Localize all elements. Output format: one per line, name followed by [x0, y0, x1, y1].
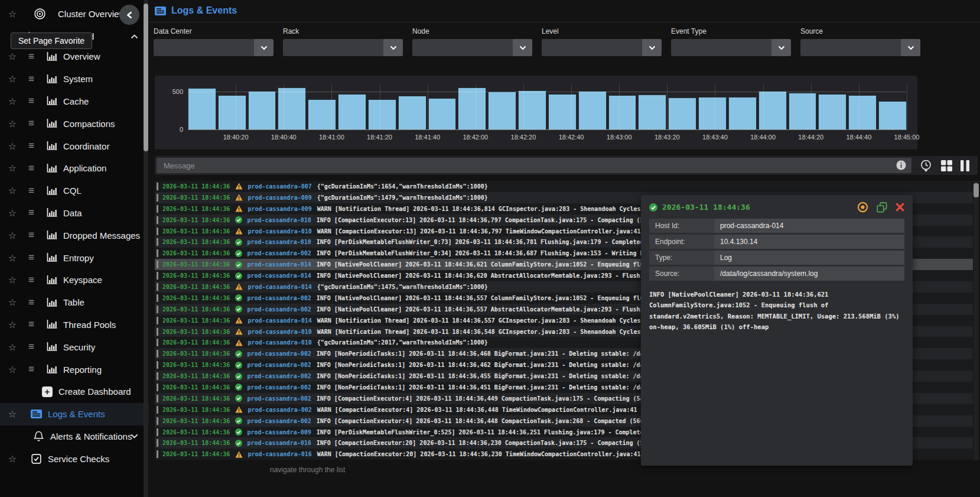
drag-handle-icon[interactable]: ≡ — [28, 118, 37, 129]
favorite-star-icon[interactable]: ☆ — [8, 8, 17, 20]
sidebar-item-security[interactable]: ☆ ≡ Security — [0, 336, 149, 358]
drag-handle-icon[interactable]: ≡ — [28, 274, 37, 286]
favorite-star-icon[interactable]: ☆ — [8, 230, 17, 241]
close-icon[interactable] — [896, 203, 904, 212]
sidebar-item-compactions[interactable]: ☆ ≡ Compactions — [0, 112, 149, 135]
drag-handle-icon[interactable]: ≡ — [28, 185, 37, 197]
favorite-star-icon[interactable]: ☆ — [8, 342, 17, 353]
favorite-star-icon[interactable]: ☆ — [8, 297, 17, 308]
drag-handle-icon[interactable]: ≡ — [28, 140, 37, 152]
favorite-star-icon[interactable]: ☆ — [8, 319, 17, 330]
dropdown-chevron-button[interactable] — [901, 39, 920, 56]
log-host-link[interactable]: prod-cassandra-010 — [248, 329, 311, 335]
favorite-star-icon[interactable]: ☆ — [8, 364, 17, 375]
filter-dropdown[interactable] — [412, 39, 532, 56]
chevron-up-icon[interactable] — [131, 34, 138, 39]
sidebar-item-data[interactable]: ☆ ≡ Data — [0, 202, 149, 225]
filter-dropdown[interactable] — [800, 39, 920, 56]
log-host-link[interactable]: prod-cassandra-007 — [248, 183, 311, 190]
filter-dropdown[interactable] — [542, 39, 662, 56]
grid-view-icon[interactable] — [941, 160, 952, 171]
favorite-star-icon[interactable]: ☆ — [8, 408, 17, 420]
favorite-star-icon[interactable]: ☆ — [8, 185, 17, 196]
log-host-link[interactable]: prod-cassandra-002 — [247, 295, 311, 301]
filter-dropdown[interactable] — [154, 39, 274, 56]
copy-icon[interactable] — [877, 202, 887, 213]
sidebar-item-logs-events[interactable]: ☆ Logs & Events — [0, 403, 149, 425]
sidebar-item-service-checks[interactable]: ☆ Service Checks — [0, 447, 149, 470]
favorite-star-icon[interactable]: ☆ — [8, 118, 17, 129]
log-host-link[interactable]: prod-cassandra-014 — [247, 272, 311, 279]
log-scrollbar[interactable] — [974, 181, 979, 460]
drag-handle-icon[interactable]: ≡ — [28, 363, 37, 375]
log-host-link[interactable]: prod-cassandra-010 — [247, 217, 311, 223]
pause-icon[interactable] — [961, 160, 969, 171]
log-host-link[interactable]: prod-cassandra-010 — [248, 228, 311, 235]
favorite-star-icon[interactable]: ☆ — [8, 51, 17, 62]
log-host-link[interactable]: prod-cassandra-002 — [248, 407, 311, 413]
log-host-link[interactable]: prod-cassandra-002 — [247, 418, 311, 424]
dropdown-chevron-button[interactable] — [383, 39, 403, 56]
sidebar-item-dropped-messages[interactable]: ☆ ≡ Dropped Messages — [0, 224, 149, 246]
drag-handle-icon[interactable]: ≡ — [28, 229, 37, 241]
drag-handle-icon[interactable]: ≡ — [28, 319, 37, 330]
sidebar-item-system[interactable]: ☆ ≡ System — [0, 68, 149, 90]
log-host-link[interactable]: prod-cassandra-002 — [247, 395, 311, 402]
log-host-link[interactable]: prod-cassandra-009 — [248, 194, 311, 201]
filter-dropdown[interactable] — [283, 39, 403, 56]
log-scrollbar-thumb[interactable] — [974, 183, 979, 197]
favorite-star-icon[interactable]: ☆ — [8, 453, 17, 464]
dropdown-chevron-button[interactable] — [642, 39, 662, 56]
log-host-link[interactable]: prod-cassandra-002 — [247, 373, 311, 379]
sidebar-item-coordinator[interactable]: ☆ ≡ Coordinator — [0, 135, 149, 157]
sidebar-item-keyspace[interactable]: ☆ ≡ Keyspace — [0, 269, 149, 291]
sidebar-scrollbar-thumb[interactable] — [144, 4, 148, 151]
dropdown-chevron-button[interactable] — [513, 39, 532, 56]
favorite-star-icon[interactable]: ☆ — [8, 207, 17, 219]
favorite-star-icon[interactable]: ☆ — [8, 252, 17, 264]
favorite-star-icon[interactable]: ☆ — [8, 141, 17, 152]
sidebar-collapse-button[interactable] — [119, 5, 139, 25]
log-host-link[interactable]: prod-cassandra-010 — [248, 339, 311, 346]
filter-dropdown[interactable] — [671, 39, 791, 56]
message-search-input[interactable] — [157, 158, 911, 173]
log-host-link[interactable]: prod-cassandra-014 — [248, 284, 311, 290]
log-host-link[interactable]: prod-cassandra-002 — [247, 250, 311, 256]
drag-handle-icon[interactable]: ≡ — [28, 73, 37, 85]
favorite-star-icon[interactable]: ☆ — [8, 274, 17, 285]
sidebar-item-thread-pools[interactable]: ☆ ≡ Thread Pools — [0, 314, 149, 336]
log-host-link[interactable]: prod-cassandra-014 — [248, 317, 311, 324]
info-icon[interactable] — [896, 160, 906, 170]
sidebar-item-entropy[interactable]: ☆ ≡ Entropy — [0, 246, 149, 269]
sidebar-item-table[interactable]: ☆ ≡ Table — [0, 291, 149, 314]
sidebar-item-cql[interactable]: ☆ ≡ CQL — [0, 180, 149, 202]
log-host-link[interactable]: prod-cassandra-010 — [247, 239, 311, 245]
drag-handle-icon[interactable]: ≡ — [28, 297, 37, 308]
drag-handle-icon[interactable]: ≡ — [28, 252, 37, 264]
log-host-link[interactable]: prod-cassandra-016 — [247, 440, 311, 446]
favorite-star-icon[interactable]: ☆ — [8, 73, 17, 85]
drag-handle-icon[interactable]: ≡ — [28, 163, 37, 174]
drag-handle-icon[interactable]: ≡ — [28, 51, 37, 63]
log-row[interactable]: 2026-03-11 18:44:36 prod-cassandra-007 {… — [155, 181, 973, 192]
locate-event-icon[interactable] — [857, 202, 868, 213]
log-host-link[interactable]: prod-cassandra-014 — [247, 261, 311, 268]
favorite-star-icon[interactable]: ☆ — [8, 163, 17, 174]
log-host-link[interactable]: prod-cassandra-009 — [247, 429, 311, 436]
favorite-star-icon[interactable]: ☆ — [8, 96, 17, 107]
drag-handle-icon[interactable]: ≡ — [28, 341, 37, 353]
drag-handle-icon[interactable]: ≡ — [28, 95, 37, 107]
log-host-link[interactable]: prod-cassandra-009 — [248, 206, 311, 212]
sidebar-scrollbar[interactable] — [144, 0, 148, 497]
sidebar-item-application[interactable]: ☆ ≡ Application — [0, 157, 149, 180]
log-host-link[interactable]: prod-cassandra-002 — [247, 306, 311, 313]
chevron-down-icon[interactable] — [131, 434, 138, 438]
sidebar-item-alerts-notifications[interactable]: Alerts & Notifications — [0, 425, 149, 448]
sidebar-item-cache[interactable]: ☆ ≡ Cache — [0, 90, 149, 113]
sidebar-item-reporting[interactable]: ☆ ≡ Reporting — [0, 358, 149, 381]
log-host-link[interactable]: prod-cassandra-002 — [247, 362, 311, 368]
log-host-link[interactable]: prod-cassandra-016 — [248, 451, 311, 457]
log-host-link[interactable]: prod-cassandra-002 — [247, 350, 311, 357]
dropdown-chevron-button[interactable] — [771, 39, 791, 56]
dropdown-chevron-button[interactable] — [254, 39, 274, 56]
